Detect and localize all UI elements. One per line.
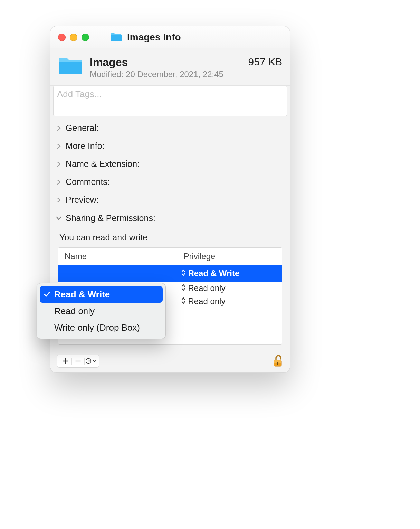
item-name: Images: [90, 56, 248, 69]
action-menu-button[interactable]: [85, 355, 96, 367]
zoom-window-button[interactable]: [82, 34, 89, 41]
get-info-window: Images Info Images Modified: 20 December…: [50, 26, 290, 373]
column-header-name[interactable]: Name: [58, 252, 179, 261]
chevron-right-icon: [55, 144, 62, 149]
footer-actions: [57, 355, 99, 368]
lock-button[interactable]: [273, 355, 284, 368]
svg-point-3: [89, 361, 90, 361]
privilege-value: Read only: [188, 296, 225, 306]
stepper-icon: [181, 296, 186, 306]
tags-section: Add Tags...: [50, 86, 290, 119]
permissions-summary: You can read and write: [59, 233, 282, 243]
separator: [71, 358, 72, 365]
add-user-button[interactable]: [60, 355, 71, 367]
section-label: More Info:: [66, 141, 105, 151]
privilege-select[interactable]: Read only: [179, 296, 282, 306]
section-label: General:: [66, 123, 99, 133]
svg-point-2: [88, 361, 89, 361]
section-label: Name & Extension:: [66, 159, 140, 169]
window-title: Images Info: [127, 32, 181, 43]
info-header: Images Modified: 20 December, 2021, 22:4…: [50, 48, 290, 86]
folder-icon: [58, 56, 84, 77]
item-modified: Modified: 20 December, 2021, 22:45: [90, 69, 248, 79]
menu-item-label: Read only: [54, 306, 95, 317]
privilege-menu-item-read-only[interactable]: Read only: [40, 303, 163, 319]
chevron-right-icon: [55, 126, 62, 131]
permissions-table-header: Name Privilege: [58, 248, 282, 265]
footer: [50, 352, 290, 372]
chevron-down-icon: [55, 216, 62, 220]
stepper-icon: [181, 283, 186, 293]
window-controls: [58, 34, 89, 41]
tags-input[interactable]: Add Tags...: [53, 86, 287, 116]
section-comments[interactable]: Comments:: [50, 173, 290, 191]
remove-user-button[interactable]: [73, 355, 84, 367]
svg-point-1: [87, 361, 87, 361]
privilege-menu-item-read-write[interactable]: Read & Write: [40, 286, 163, 303]
svg-rect-7: [277, 363, 278, 365]
section-label: Comments:: [66, 177, 110, 187]
checkmark-icon: [43, 291, 51, 297]
section-sharing-permissions[interactable]: Sharing & Permissions:: [50, 209, 290, 227]
folder-icon: [110, 32, 122, 42]
tags-placeholder: Add Tags...: [57, 89, 102, 99]
section-more-info[interactable]: More Info:: [50, 137, 290, 155]
privilege-value: Read & Write: [188, 268, 239, 278]
chevron-right-icon: [55, 198, 62, 202]
permissions-row[interactable]: Read & Write: [58, 265, 282, 282]
privilege-menu: Read & Write Read only Write only (Drop …: [37, 283, 166, 339]
chevron-right-icon: [55, 180, 62, 185]
section-label: Preview:: [66, 195, 99, 205]
privilege-value: Read only: [188, 283, 225, 293]
section-preview[interactable]: Preview:: [50, 191, 290, 209]
section-label: Sharing & Permissions:: [66, 213, 155, 223]
menu-item-label: Read & Write: [54, 289, 110, 300]
stepper-icon: [181, 268, 186, 278]
chevron-down-icon: [93, 359, 96, 363]
separator: [84, 358, 85, 365]
section-name-extension[interactable]: Name & Extension:: [50, 155, 290, 173]
privilege-select[interactable]: Read & Write: [179, 268, 282, 278]
chevron-right-icon: [55, 162, 62, 167]
privilege-menu-item-write-only[interactable]: Write only (Drop Box): [40, 319, 163, 336]
section-general[interactable]: General:: [50, 119, 290, 137]
item-size: 957 KB: [248, 56, 282, 68]
privilege-select[interactable]: Read only: [179, 283, 282, 293]
menu-item-label: Write only (Drop Box): [54, 322, 140, 333]
minimize-window-button[interactable]: [70, 34, 77, 41]
close-window-button[interactable]: [58, 34, 66, 41]
titlebar: Images Info: [50, 26, 290, 48]
column-header-privilege[interactable]: Privilege: [179, 248, 282, 265]
